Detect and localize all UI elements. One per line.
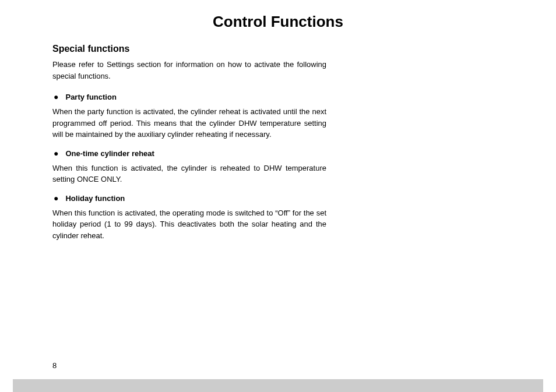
footer-bar [13, 379, 543, 392]
bullet-icon: ● [54, 149, 58, 158]
body-text: When this function is activated, the ope… [52, 207, 326, 242]
section-heading: Special functions [52, 44, 326, 54]
page-number: 8 [52, 361, 57, 370]
body-text: When the party function is activated, th… [52, 106, 326, 140]
intro-text: Please refer to Settings section for inf… [52, 59, 326, 82]
bullet-item: ● Holiday function [52, 193, 326, 203]
page-title: Control Functions [0, 0, 556, 44]
bullet-icon: ● [54, 92, 58, 101]
bullet-icon: ● [54, 193, 58, 203]
bullet-label: Holiday function [65, 194, 125, 203]
body-text: When this function is activated, the cyl… [52, 163, 326, 185]
bullet-label: Party function [65, 93, 116, 101]
content-column: Special functions Please refer to Settin… [0, 44, 326, 241]
bullet-item: ● Party function [52, 92, 326, 101]
bullet-item: ● One-time cylinder reheat [52, 149, 326, 158]
bullet-label: One-time cylinder reheat [65, 149, 154, 158]
